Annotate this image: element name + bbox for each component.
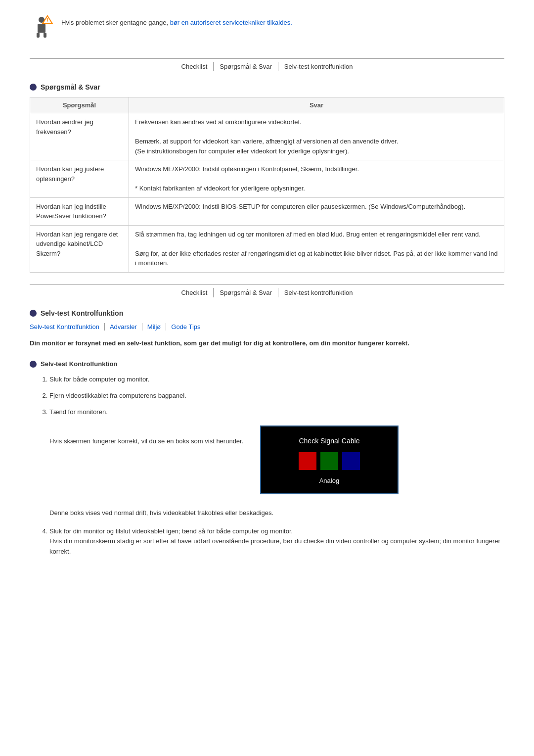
list-item: Sluk for din monitor og tilslut videokab…	[49, 526, 504, 557]
notice-link[interactable]: bør en autoriseret servicetekniker tilka…	[170, 19, 292, 26]
col-question: Spørgsmål	[30, 97, 129, 113]
list-item: Fjern videostikkablet fra computerens ba…	[49, 391, 504, 401]
top-nav-tabs: Checklist Spørgsmål & Svar Selv-test kon…	[30, 58, 504, 71]
a3: Windows ME/XP/2000: Indstil BIOS-SETUP f…	[129, 197, 504, 225]
signal-box-label: Analog	[319, 476, 339, 486]
qa-section-heading: Spørgsmål & Svar	[30, 83, 504, 91]
sublink-advarsler[interactable]: Advarsler	[110, 323, 142, 331]
svg-rect-2	[37, 33, 40, 38]
selvtest-sub-title: Selv-test Kontrolfunktion	[41, 360, 117, 368]
signal-box: Check Signal Cable Analog	[260, 425, 399, 494]
q4: Hvordan kan jeg rengøre det udvendige ka…	[30, 225, 129, 272]
selvtest-sublinks: Selv-test Kontrolfunktion Advarsler Milj…	[30, 323, 504, 331]
qa-title: Spørgsmål & Svar	[41, 83, 100, 91]
tab-checklist-2[interactable]: Checklist	[176, 288, 214, 297]
q1: Hvordan ændrer jeg frekvensen?	[30, 113, 129, 160]
tab-qa-2[interactable]: Spørgsmål & Svar	[214, 288, 278, 297]
list-item: Sluk for både computer og monitor.	[49, 375, 504, 385]
box-note: Denne boks vises ved normal drift, hvis …	[49, 508, 504, 519]
selvtest-title: Selv-test Kontrolfunktion	[41, 309, 123, 317]
bottom-nav-tabs: Checklist Spørgsmål & Svar Selv-test kon…	[30, 284, 504, 297]
sublink-selvtest[interactable]: Selv-test Kontrolfunktion	[30, 323, 105, 331]
tab-qa[interactable]: Spørgsmål & Svar	[214, 62, 278, 71]
selvtest-sub-dot	[30, 361, 37, 368]
table-row: Hvordan ændrer jeg frekvensen? Frekvense…	[30, 113, 504, 160]
person-icon: !	[30, 15, 53, 39]
q3: Hvordan kan jeg indstille PowerSaver fun…	[30, 197, 129, 225]
selvtest-dot	[30, 310, 37, 317]
qa-table: Spørgsmål Svar Hvordan ændrer jeg frekve…	[30, 97, 504, 273]
qa-dot	[30, 84, 37, 91]
signal-box-wrapper: Check Signal Cable Analog	[260, 425, 399, 494]
signal-box-squares	[299, 452, 360, 470]
col-answer: Svar	[129, 97, 504, 113]
q2: Hvordan kan jeg justere opløsningen?	[30, 160, 129, 198]
selvtest-section: Selv-test Kontrolfunktion Selv-test Kont…	[30, 309, 504, 558]
table-row: Hvordan kan jeg justere opløsningen? Win…	[30, 160, 504, 198]
sublink-godetips[interactable]: Gode Tips	[171, 323, 200, 331]
selvtest-intro: Din monitor er forsynet med en selv-test…	[30, 338, 504, 349]
notice-text: Hvis problemet sker gentagne gange, bør …	[61, 15, 292, 28]
a2: Windows ME/XP/2000: Indstil opløsningen …	[129, 160, 504, 198]
svg-text:!: !	[46, 17, 48, 23]
svg-rect-3	[44, 33, 46, 38]
signal-box-title: Check Signal Cable	[299, 435, 359, 446]
steps-list-2: Sluk for din monitor og tilslut videokab…	[30, 526, 504, 557]
square-blue	[342, 452, 360, 470]
top-notice: ! Hvis problemet sker gentagne gange, bø…	[30, 10, 504, 44]
list-item: Tænd for monitoren.Hvis skærmen fungerer…	[49, 407, 504, 502]
svg-rect-1	[38, 24, 45, 33]
a1: Frekvensen kan ændres ved at omkonfigure…	[129, 113, 504, 160]
selvtest-heading: Selv-test Kontrolfunktion	[30, 309, 504, 317]
tab-selvtest-2[interactable]: Selv-test kontrolfunktion	[278, 288, 359, 297]
square-green	[320, 452, 338, 470]
tab-checklist[interactable]: Checklist	[176, 62, 214, 71]
table-row: Hvordan kan jeg indstille PowerSaver fun…	[30, 197, 504, 225]
square-red	[299, 452, 316, 470]
tab-selvtest[interactable]: Selv-test kontrolfunktion	[278, 62, 359, 71]
a4: Slå strømmen fra, tag ledningen ud og tø…	[129, 225, 504, 272]
sublink-miljo[interactable]: Miljø	[147, 323, 166, 331]
steps-list: Sluk for både computer og monitor. Fjern…	[30, 375, 504, 502]
selvtest-sub-heading: Selv-test Kontrolfunktion	[30, 360, 504, 368]
table-row: Hvordan kan jeg rengøre det udvendige ka…	[30, 225, 504, 272]
